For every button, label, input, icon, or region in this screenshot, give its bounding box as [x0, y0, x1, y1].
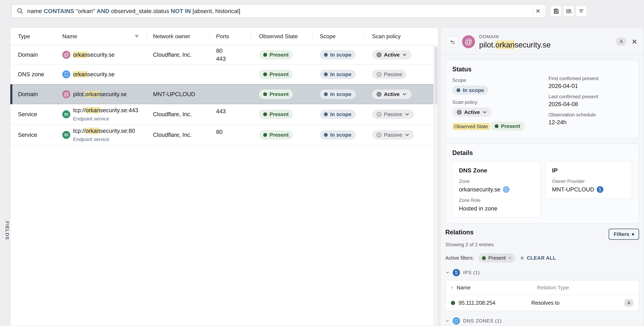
clear-all-filters-button[interactable]: ✕CLEAR ALL: [520, 255, 556, 261]
scan-policy-dropdown[interactable]: Active: [372, 90, 412, 99]
save-search-button[interactable]: [550, 6, 562, 17]
relations-filters-button[interactable]: Filters: [608, 229, 639, 240]
table-row[interactable]: DNS zone orkansecurity.se Present In sco…: [10, 65, 434, 84]
saved-searches-button[interactable]: [563, 6, 574, 17]
chevron-down-icon: [445, 270, 450, 275]
record-icon: [376, 112, 382, 117]
scope-badge: In scope: [320, 70, 356, 79]
active-filter-chip[interactable]: Present✕: [478, 253, 516, 263]
cell-ports: 80443: [210, 48, 250, 62]
column-header-ports[interactable]: Ports: [210, 33, 250, 40]
relation-column-type: Relation Type: [537, 285, 634, 290]
cell-name[interactable]: orkansecurity.se: [61, 70, 147, 78]
sort-ascending-icon[interactable]: ↑: [451, 285, 454, 290]
table-row[interactable]: Service tcp://orkansecurity.se:443 Endpo…: [10, 104, 434, 125]
library-icon: [566, 8, 572, 14]
domain-avatar-icon: @: [462, 35, 475, 48]
record-icon: [376, 72, 382, 77]
scan-policy-dropdown[interactable]: Active: [452, 108, 492, 117]
search-icon: [17, 8, 23, 14]
cell-network-owner: Cloudflare, Inc.: [147, 111, 210, 118]
cell-ports: 80: [210, 125, 250, 135]
observed-state-badge: Present: [259, 90, 293, 99]
ip-binary-icon: 0110: [597, 186, 603, 193]
ips-relation-table: ↑ Name Relation Type 95.111.208.254 Reso…: [445, 280, 639, 311]
close-icon: ✕: [520, 255, 524, 261]
column-header-observed-state[interactable]: Observed State: [250, 33, 312, 40]
search-query[interactable]: name CONTAINS "orkan" AND observed_state…: [27, 8, 533, 15]
cell-type: Domain: [10, 52, 61, 58]
cell-name[interactable]: tcp://orkansecurity.se:80 Endpoint servi…: [61, 128, 147, 142]
asset-name: orkansecurity.se: [73, 52, 114, 58]
save-icon: [553, 8, 559, 14]
ip-binary-icon: 0110: [453, 269, 460, 276]
relation-group-dns-zones[interactable]: DNS ZONES (1): [445, 317, 639, 324]
remove-filter-icon[interactable]: ✕: [508, 255, 512, 261]
column-header-name[interactable]: Name: [61, 33, 147, 40]
chevron-down-icon: [404, 132, 410, 138]
panel-title-block: DOMAIN pilot.orkansecurity.se: [479, 34, 551, 49]
scope-label: Scope: [452, 78, 548, 83]
relation-group-ips[interactable]: 0110 IPS (1): [445, 269, 639, 276]
active-filter-dot-icon: [632, 233, 634, 235]
query-text: [absent, historical]: [191, 8, 240, 14]
relation-row[interactable]: 95.111.208.254 Resolves to A: [446, 295, 639, 311]
scan-policy-dropdown[interactable]: Active: [372, 50, 412, 60]
scrollbar-thumb[interactable]: [435, 47, 438, 105]
table-row[interactable]: Domain @ orkansecurity.se Cloudflare, In…: [10, 45, 434, 65]
cell-type: Domain: [10, 91, 61, 98]
present-dot-icon: [263, 72, 267, 76]
relation-type: Resolves to: [531, 300, 624, 306]
chevron-down-icon: [482, 109, 488, 115]
scope-dot-icon: [324, 92, 328, 96]
present-dot-icon: [495, 124, 498, 128]
relation-column-name[interactable]: Name: [457, 285, 537, 290]
scan-policy-dropdown[interactable]: Passive: [372, 130, 414, 140]
column-header-scope[interactable]: Scope: [312, 33, 364, 40]
cell-name[interactable]: tcp://orkansecurity.se:443 Endpoint serv…: [61, 107, 147, 122]
column-header-owner[interactable]: Network owner: [147, 33, 210, 40]
search-bar[interactable]: name CONTAINS "orkan" AND observed_state…: [12, 4, 546, 18]
selected-row-indicator: [10, 84, 12, 104]
scope-badge: In scope: [452, 86, 488, 95]
query-keyword: AND: [97, 8, 110, 14]
filter-button[interactable]: [576, 6, 587, 17]
cell-type: DNS zone: [10, 71, 61, 78]
back-button[interactable]: [447, 36, 458, 48]
table-scrollbar[interactable]: [434, 45, 438, 326]
table-row-selected[interactable]: Domain @ pilot.orkansecurity.se MNT-UPCL…: [10, 84, 434, 104]
owner-provider-value[interactable]: MNT-UPCLOUD: [552, 186, 594, 193]
column-header-label: Scan policy: [372, 33, 401, 40]
asset-name: orkansecurity.se: [73, 71, 114, 78]
scope-badge: In scope: [320, 50, 356, 60]
last-confirmed-present: Last confirmed present 2026-04-08: [548, 94, 632, 108]
query-text: observed_state.status: [109, 8, 171, 14]
cell-name[interactable]: @ pilot.orkansecurity.se: [61, 90, 147, 98]
asset-subtitle: Endpoint service: [73, 137, 135, 142]
page-title: pilot.orkansecurity.se: [479, 41, 551, 49]
asset-type-kicker: DOMAIN: [479, 34, 551, 40]
scope-dot-icon: [324, 53, 328, 57]
service-icon: [62, 110, 70, 118]
column-header-scan-policy[interactable]: Scan policy: [364, 33, 434, 40]
fields-tab[interactable]: FIELDS: [3, 220, 10, 241]
name-filter-icon[interactable]: [134, 34, 139, 39]
record-icon: [376, 132, 382, 138]
clear-search-button[interactable]: ✕: [533, 6, 543, 16]
column-header-label: Type: [18, 33, 30, 40]
table-row[interactable]: Service tcp://orkansecurity.se:80 Endpoi…: [10, 125, 434, 145]
scan-policy-dropdown[interactable]: Passive: [372, 110, 414, 119]
close-panel-button[interactable]: ✕: [632, 38, 637, 46]
target-icon: [376, 92, 382, 97]
relation-group-label: IPS (1): [463, 270, 480, 275]
service-icon: [62, 131, 70, 139]
details-title: Details: [452, 149, 632, 157]
cell-name[interactable]: @ orkansecurity.se: [61, 51, 147, 59]
zone-value[interactable]: orkansecurity.se: [459, 186, 500, 193]
chevron-down-icon: [404, 112, 410, 117]
observed-state-badge: Present: [259, 70, 293, 79]
ip-card-title: IP: [552, 167, 626, 174]
column-header-type[interactable]: Type: [10, 33, 61, 40]
owner-provider-label: Owner Provider: [552, 179, 626, 184]
fields-tab-label: FIELDS: [4, 221, 10, 240]
